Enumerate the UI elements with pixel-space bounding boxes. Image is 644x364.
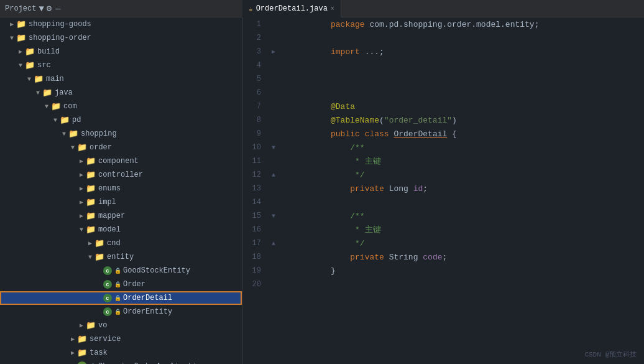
line-number: 19 [242,266,267,275]
sidebar-item-shopping-order[interactable]: ▼ 📁 shopping-order [0,31,242,45]
sidebar-item-entity[interactable]: ▼ 📁 entity [0,250,242,264]
top-bar: Project ▼ ⚙ — ☕ OrderDetail.java × [0,0,644,17]
expand-arrow: ▶ [7,21,16,28]
sidebar-item-task[interactable]: ▶ 📁 task [0,346,242,360]
line-number: 12 [242,170,267,179]
folder-icon: 📁 [16,19,26,29]
sidebar-item-label: task [90,348,108,357]
sidebar-item-GoodStockEntity[interactable]: C 🔒 GoodStockEntity [0,264,242,278]
sidebar-item-label: entity [107,253,134,261]
project-sidebar: ▶ 📁 shopping-goods ▼ 📁 shopping-order ▶ … [0,17,242,364]
expand-arrow: ▼ [51,117,60,124]
line-number: 5 [242,75,267,83]
folder-icon: 📁 [77,348,87,358]
sidebar-item-label: enums [98,184,121,193]
sidebar-item-OrderEntity[interactable]: C 🔒 OrderEntity [0,305,242,319]
fold-icon[interactable]: ▲ [272,172,275,179]
sidebar-item-Order[interactable]: C 🔒 Order [0,278,242,291]
settings-icon[interactable]: ⚙ [47,3,52,14]
sidebar-item-label: java [55,88,73,97]
sidebar-item-mapper[interactable]: ▶ 📁 mapper [0,209,242,223]
line-number: 13 [242,184,267,193]
line-number: 15 [242,212,267,220]
sidebar-item-order[interactable]: ▼ 📁 order [0,141,242,154]
class-icon: C [103,280,112,289]
tab-close-button[interactable]: × [331,6,334,12]
sidebar-item-enums[interactable]: ▶ 📁 enums [0,182,242,195]
sidebar-item-label: main [46,75,64,83]
sidebar-item-vo[interactable]: ▶ 📁 vo [0,319,242,332]
folder-icon: 📁 [86,320,96,330]
lock-icon: 🔒 [114,281,121,288]
sidebar-item-label: src [37,61,51,70]
line-number: 6 [242,88,267,97]
line-number: 11 [242,157,267,166]
sidebar-item-shopping-goods[interactable]: ▶ 📁 shopping-goods [0,17,242,31]
sidebar-item-java[interactable]: ▼ 📁 java [0,86,242,100]
sidebar-item-model[interactable]: ▼ 📁 model [0,223,242,236]
folder-icon: 📁 [77,334,87,344]
expand-arrow: ▶ [77,185,86,192]
code-editor[interactable]: 1 package com.pd.shopping.order.model.en… [242,17,644,364]
sidebar-item-src[interactable]: ▼ 📁 src [0,58,242,72]
sidebar-item-label: controller [98,170,143,179]
folder-icon: 📁 [86,197,96,207]
sidebar-item-pd[interactable]: ▼ 📁 pd [0,113,242,127]
sidebar-item-label: model [98,225,121,234]
sidebar-item-label: OrderDetail [123,294,172,302]
class-icon: C [103,266,112,275]
fold-icon[interactable]: ▲ [272,240,275,247]
sidebar-item-service[interactable]: ▶ 📁 service [0,332,242,346]
sidebar-item-component[interactable]: ▶ 📁 component [0,154,242,168]
sidebar-item-label: vo [98,321,107,330]
sidebar-item-OrderDetail[interactable]: C 🔒 OrderDetail [0,291,242,305]
sidebar-item-shopping[interactable]: ▼ 📁 shopping [0,127,242,141]
expand-arrow: ▼ [86,254,94,261]
fold-icon[interactable]: ▼ [272,144,275,151]
sidebar-item-com[interactable]: ▼ 📁 com [0,100,242,113]
fold-icon[interactable]: ▶ [272,48,275,55]
folder-icon: 📁 [51,101,61,111]
line-number: 18 [242,253,267,261]
expand-arrow: ▼ [77,226,86,233]
expand-arrow: ▼ [25,76,34,83]
expand-arrow: ▼ [34,90,42,96]
expand-arrow: ▼ [60,131,68,138]
file-tab[interactable]: ☕ OrderDetail.java × [242,0,341,17]
folder-icon: 📁 [25,47,35,57]
folder-icon: 📁 [94,238,104,248]
line-number: 10 [242,143,267,152]
sidebar-item-label: mapper [98,212,125,220]
sidebar-item-label: shopping-goods [29,20,91,29]
sidebar-item-label: shopping [81,129,117,138]
sidebar-item-label: build [37,47,60,56]
dropdown-icon[interactable]: ▼ [39,4,44,14]
sidebar-item-main[interactable]: ▼ 📁 main [0,72,242,86]
line-number: 7 [242,102,267,111]
expand-arrow: ▶ [77,322,86,329]
expand-arrow: ▶ [77,171,86,179]
line-gutter: ▲ [267,172,280,179]
expand-arrow: ▼ [7,35,16,42]
sidebar-item-cnd[interactable]: ▶ 📁 cnd [0,236,242,250]
folder-icon: 📁 [68,129,78,139]
sidebar-item-label: GoodStockEntity [123,266,190,275]
folder-icon: 📁 [86,156,96,166]
sidebar-item-controller[interactable]: ▶ 📁 controller [0,168,242,182]
code-line-13: 13 private Long id; [242,182,644,195]
line-number: 9 [242,129,267,138]
sidebar-item-ShoppingOrderApplication[interactable]: A 🔒 ShoppingOrderApplication [0,360,242,364]
class-icon: C [103,294,112,302]
expand-arrow: ▼ [16,62,25,69]
expand-arrow: ▶ [77,212,86,220]
fold-icon[interactable]: ▼ [272,213,275,220]
code-line-19: 19 } [242,264,644,278]
sidebar-item-build[interactable]: ▶ 📁 build [0,45,242,58]
sidebar-item-label: impl [98,198,116,207]
folder-icon: 📁 [77,142,87,152]
sidebar-item-label: pd [72,116,81,124]
tab-label: OrderDetail.java [256,4,328,13]
minimize-icon[interactable]: — [55,4,60,14]
line-number: 1 [242,20,267,29]
sidebar-item-impl[interactable]: ▶ 📁 impl [0,195,242,209]
